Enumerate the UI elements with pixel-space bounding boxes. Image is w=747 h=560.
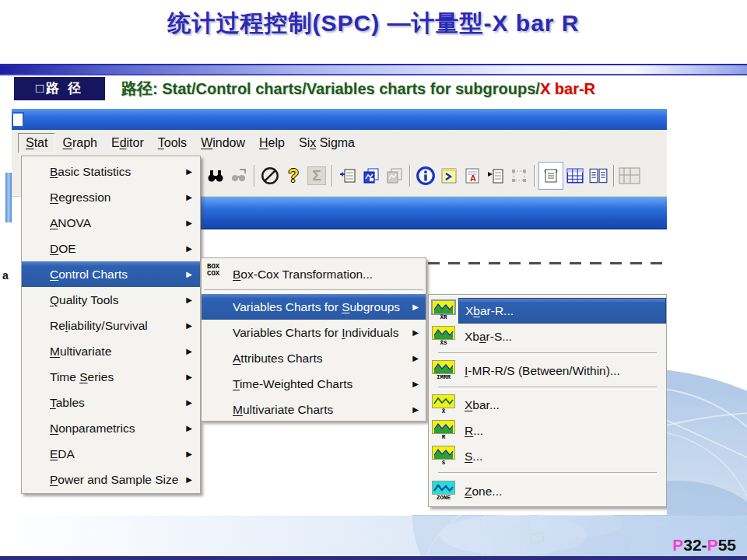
submenu-arrow-icon: ▶ — [186, 424, 192, 432]
stat-item-time-series[interactable]: Time Series▶ — [22, 364, 200, 390]
submenu-arrow-icon: ▶ — [186, 347, 192, 355]
subgroups-charts-flyout-menu: X̄R Xbar-R... X̄S Xbar-S... IMRR I-MR-R/… — [428, 294, 667, 507]
chart-item-s[interactable]: S S... — [429, 443, 666, 469]
stat-item-anova[interactable]: ANOVA▶ — [22, 210, 200, 236]
svg-text:A: A — [470, 173, 476, 183]
s-chart-icon: S — [429, 446, 458, 467]
toolbar-separator — [613, 165, 615, 187]
menu-separator — [204, 289, 423, 292]
menu-tools[interactable]: Tools — [151, 134, 194, 152]
toolbar-separator — [534, 165, 535, 187]
menu-graph[interactable]: Graph — [55, 134, 103, 152]
path-red: X bar-R — [540, 80, 595, 97]
submenu-arrow-icon: ▶ — [186, 475, 192, 484]
menu-separator — [429, 383, 666, 392]
find-icon[interactable] — [204, 163, 227, 189]
submenu-arrow-icon: ▶ — [186, 167, 192, 176]
bottom-border-bar — [0, 556, 747, 560]
stat-item-quality-tools[interactable]: Quality Tools▶ — [22, 287, 200, 313]
page-title: 统计过程控制(SPC) —计量型-X bar R — [0, 8, 747, 40]
submenu-arrow-icon: ▶ — [186, 244, 192, 253]
submenu-arrow-icon: ▶ — [186, 450, 192, 458]
path-row: □路 径 路径: Stat/Control charts/Variables c… — [0, 77, 747, 102]
graph-window-icon[interactable] — [484, 163, 507, 189]
chart-item-xbar[interactable]: X̄ Xbar... — [429, 392, 666, 418]
submenu-arrow-icon: ▶ — [186, 373, 192, 381]
control-charts-submenu: BOXCOX Box-Cox Transformation... Variabl… — [201, 257, 426, 422]
chart-item-zone[interactable]: ZONE Zone... — [429, 478, 666, 505]
submenu-item-multivariate-charts[interactable]: Multivariate Charts▶ — [202, 397, 426, 422]
menu-editor[interactable]: Editor — [104, 134, 151, 152]
submenu-arrow-icon: ▶ — [412, 328, 419, 337]
stray-letter-fragment: a — [2, 269, 9, 282]
submenu-arrow-icon: ▶ — [186, 219, 192, 227]
submenu-item-variables-charts-subgroups[interactable]: Variables Charts for Subgroups▶ — [202, 294, 426, 320]
submenu-item-variables-charts-individuals[interactable]: Variables Charts for Individuals▶ — [202, 320, 426, 345]
bottom-gradient-band — [0, 516, 747, 556]
layout-tool-icon — [507, 163, 531, 189]
slide: 统计过程控制(SPC) —计量型-X bar R □路 径 路径: Stat/C… — [0, 0, 747, 560]
zone-chart-icon: ZONE — [429, 481, 458, 502]
stat-item-eda[interactable]: EDA▶ — [22, 441, 200, 467]
project-manager-icon[interactable] — [587, 163, 610, 189]
menu-stat[interactable]: Stat — [18, 133, 55, 153]
session-window-titlebar[interactable] — [201, 197, 667, 229]
submenu-item-attributes-charts[interactable]: Attributes Charts▶ — [202, 345, 426, 371]
path-prefix: 路径: — [121, 80, 162, 97]
session-dashed-line — [428, 262, 665, 264]
submenu-arrow-icon: ▶ — [412, 303, 419, 311]
stat-item-multivariate[interactable]: Multivariate▶ — [22, 338, 200, 364]
tile-windows-icon[interactable] — [359, 163, 383, 189]
submenu-item-box-cox[interactable]: BOXCOX Box-Cox Transformation... — [202, 261, 426, 288]
menu-six-sigma[interactable]: Six Sigma — [292, 134, 362, 152]
stat-item-reliability-survival[interactable]: Reliability/Survival▶ — [22, 313, 200, 338]
stat-item-tables[interactable]: Tables▶ — [22, 390, 200, 415]
session-window-icon[interactable] — [437, 163, 461, 189]
show-session-icon[interactable] — [538, 162, 563, 190]
stat-item-regression[interactable]: Regression▶ — [22, 184, 200, 210]
cancel-icon[interactable] — [258, 163, 282, 189]
path-label-box: □路 径 — [14, 77, 105, 100]
path-green: Stat/Control charts/Variables charts for… — [162, 80, 540, 97]
submenu-arrow-icon: ▶ — [186, 296, 192, 304]
toolbar-separator — [254, 165, 255, 187]
menu-help[interactable]: Help — [252, 134, 292, 152]
info-icon[interactable] — [414, 163, 437, 189]
menu-window[interactable]: Window — [194, 134, 252, 152]
box-cox-icon: BOXCOX — [207, 264, 219, 278]
xbar-r-chart-icon: X̄R — [429, 300, 458, 321]
submenu-arrow-icon: ▶ — [186, 270, 192, 278]
stat-item-basic-statistics[interactable]: Basic Statistics▶ — [22, 159, 200, 184]
toolbar-separator — [331, 165, 333, 187]
menu-separator — [429, 349, 666, 358]
stat-dropdown-menu: Basic Statistics▶ Regression▶ ANOVA▶ DOE… — [21, 156, 201, 494]
find-next-icon — [227, 163, 251, 189]
submenu-item-time-weighted-charts[interactable]: Time-Weighted Charts▶ — [202, 371, 426, 397]
path-text: 路径: Stat/Control charts/Variables charts… — [121, 79, 595, 100]
stat-item-power-and-sample-size[interactable]: Power and Sample Size▶ — [22, 467, 200, 492]
tile-windows-disabled-icon — [383, 163, 406, 189]
chart-item-i-mr-r-s[interactable]: IMRR I-MR-R/S (Between/Within)... — [429, 358, 666, 383]
help-icon[interactable]: ? — [282, 163, 305, 189]
chart-item-r[interactable]: R R... — [429, 418, 666, 443]
submenu-arrow-icon: ▶ — [412, 354, 419, 362]
submenu-arrow-icon: ▶ — [412, 405, 419, 414]
stat-item-control-charts[interactable]: Control Charts▶ — [22, 261, 200, 287]
menu-separator — [429, 469, 666, 478]
history-window-icon[interactable]: A — [461, 163, 484, 189]
insert-session-icon[interactable] — [336, 163, 359, 189]
submenu-arrow-icon: ▶ — [186, 193, 192, 201]
stat-item-doe[interactable]: DOE▶ — [22, 236, 200, 261]
menubar: Stat Graph Editor Tools Window Help Six … — [12, 130, 667, 156]
xbar-chart-icon: X̄ — [429, 394, 458, 415]
chart-item-xbar-r[interactable]: X̄R Xbar-R... — [429, 298, 666, 324]
stat-item-nonparametrics[interactable]: Nonparametrics▶ — [22, 415, 200, 441]
chart-item-xbar-s[interactable]: X̄S Xbar-S... — [429, 324, 666, 349]
i-mr-r-s-chart-icon: IMRR — [429, 360, 458, 381]
window-titlebar[interactable] — [12, 109, 667, 131]
minitab-window: Stat Graph Editor Tools Window Help Six … — [12, 109, 667, 515]
submenu-arrow-icon: ▶ — [186, 398, 192, 407]
title-divider-bar — [0, 64, 747, 75]
r-chart-icon: R — [429, 420, 458, 441]
show-worksheet-icon[interactable] — [563, 163, 587, 189]
